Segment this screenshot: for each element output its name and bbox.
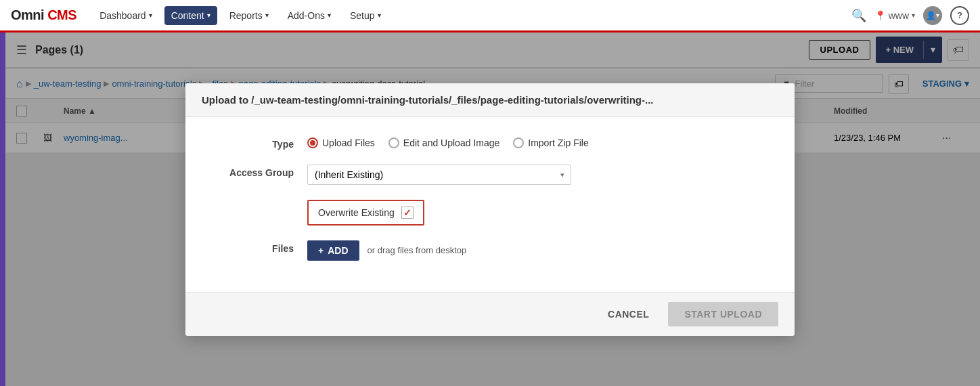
- add-files-button[interactable]: + ADD: [307, 240, 359, 261]
- nav-setup[interactable]: Setup ▾: [343, 6, 388, 25]
- files-row: Files + ADD or drag files from desktop: [213, 240, 767, 261]
- user-avatar[interactable]: 👤 ▾: [923, 6, 942, 25]
- nav-right: 🔍 📍 www ▾ 👤 ▾ ?: [851, 6, 969, 25]
- nav-reports[interactable]: Reports ▾: [223, 6, 275, 25]
- radio-edit-upload[interactable]: Edit and Upload Image: [388, 137, 499, 148]
- location-icon: 📍: [874, 10, 886, 21]
- upload-modal: Upload to /_uw-team-testing/omni-trainin…: [185, 83, 795, 336]
- access-group-label: Access Group: [213, 165, 307, 178]
- access-group-row: Access Group (Inherit Existing)PublicPri…: [213, 165, 767, 185]
- radio-import-zip[interactable]: Import Zip File: [513, 137, 588, 148]
- chevron-down-icon: ▾: [207, 12, 210, 19]
- chevron-down-icon: ▾: [265, 12, 269, 19]
- radio-edit-upload-label: Edit and Upload Image: [403, 137, 499, 148]
- search-icon[interactable]: 🔍: [851, 8, 866, 23]
- chevron-down-icon: ▾: [936, 12, 939, 19]
- overwrite-label: Overwrite Existing: [318, 207, 395, 218]
- radio-upload-files[interactable]: Upload Files: [307, 137, 375, 148]
- files-label: Files: [213, 240, 307, 254]
- type-radio-group: Upload Files Edit and Upload Image Impor…: [307, 136, 767, 148]
- modal-footer: CANCEL START UPLOAD: [185, 292, 795, 336]
- add-button-label: ADD: [328, 245, 348, 256]
- overwrite-wrapper: Overwrite Existing ✓: [307, 200, 424, 226]
- radio-upload-files-label: Upload Files: [322, 137, 375, 148]
- checkmark-icon: ✓: [403, 207, 411, 218]
- type-label: Type: [213, 136, 307, 150]
- drag-files-text: or drag files from desktop: [368, 245, 467, 255]
- type-row: Type Upload Files Edit and Upload Image …: [213, 136, 767, 150]
- add-icon: +: [318, 245, 324, 256]
- avatar-icon: 👤: [926, 11, 936, 20]
- cancel-button[interactable]: CANCEL: [597, 303, 660, 325]
- app-logo: Omni CMS: [11, 7, 76, 23]
- radio-edit-upload-circle[interactable]: [388, 137, 399, 148]
- modal-header: Upload to /_uw-team-testing/omni-trainin…: [185, 83, 795, 117]
- chevron-down-icon: ▾: [912, 12, 915, 19]
- access-group-select[interactable]: (Inherit Existing)PublicPrivate: [307, 165, 571, 185]
- top-nav: Omni CMS Dashboard ▾ Content ▾ Reports ▾…: [0, 0, 980, 33]
- start-upload-button[interactable]: START UPLOAD: [668, 302, 778, 326]
- modal-title: Upload to /_uw-team-testing/omni-trainin…: [202, 94, 654, 106]
- radio-upload-files-circle[interactable]: [307, 137, 318, 148]
- overwrite-checkbox[interactable]: ✓: [401, 207, 414, 219]
- modal-overlay: Upload to /_uw-team-testing/omni-trainin…: [0, 33, 980, 386]
- chevron-down-icon: ▾: [378, 12, 381, 19]
- help-button[interactable]: ?: [950, 6, 969, 25]
- access-group-select-wrapper: (Inherit Existing)PublicPrivate ▾: [307, 165, 571, 185]
- nav-addons[interactable]: Add-Ons ▾: [281, 6, 338, 25]
- radio-import-zip-circle[interactable]: [513, 137, 524, 148]
- radio-import-zip-label: Import Zip File: [528, 137, 588, 148]
- overwrite-row: Overwrite Existing ✓: [213, 200, 767, 226]
- chevron-down-icon: ▾: [328, 12, 331, 19]
- modal-body: Type Upload Files Edit and Upload Image …: [185, 117, 795, 292]
- www-selector[interactable]: 📍 www ▾: [874, 10, 915, 21]
- nav-content[interactable]: Content ▾: [164, 6, 217, 25]
- chevron-down-icon: ▾: [149, 12, 152, 19]
- nav-dashboard[interactable]: Dashboard ▾: [93, 6, 159, 25]
